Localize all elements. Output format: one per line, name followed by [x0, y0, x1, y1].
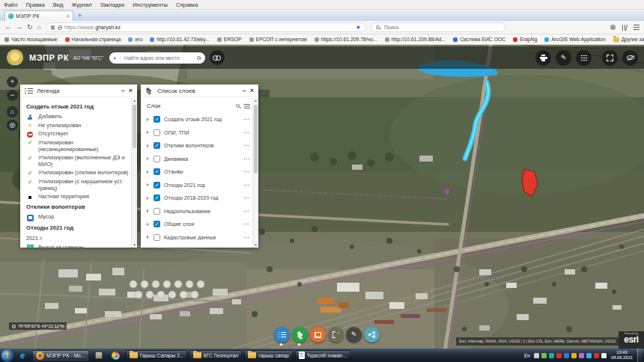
- clock[interactable]: 13:43 08.06.2021: [611, 350, 633, 360]
- home-extent-button[interactable]: ⌂: [7, 106, 18, 117]
- layer-checkbox[interactable]: [154, 208, 160, 215]
- taskbar-window-wordpad[interactable]: Туреспб помап...: [295, 350, 350, 361]
- layer-menu-icon[interactable]: ···: [244, 209, 251, 214]
- layer-row[interactable]: ОПИ, ТПИ···: [147, 126, 250, 140]
- layer-menu-icon[interactable]: ···: [244, 195, 251, 200]
- close-icon[interactable]: ×: [129, 88, 133, 94]
- browser-search-bar[interactable]: [371, 22, 505, 32]
- scroll-down-icon[interactable]: ▼: [132, 243, 137, 247]
- widget-layer-list[interactable]: [292, 327, 308, 343]
- scroll-down-icon[interactable]: ▼: [253, 243, 258, 247]
- other-bookmarks[interactable]: Другие закладки: [613, 37, 644, 42]
- layer-checkbox[interactable]: [154, 142, 160, 149]
- bookmark-item[interactable]: ЕРСОП с интернетом: [249, 37, 307, 42]
- widget-legend[interactable]: [274, 327, 290, 343]
- widget-button-draw[interactable]: [346, 327, 362, 343]
- layer-checkbox[interactable]: [154, 168, 160, 175]
- bookmark-item[interactable]: http://10.61.209.88/Ad...: [385, 37, 446, 42]
- layer-checkbox[interactable]: [154, 194, 160, 201]
- layer-list-header[interactable]: Список слоев – ×: [141, 85, 258, 97]
- bookmark-item[interactable]: Система ЕИС ООС: [453, 37, 505, 42]
- layer-menu-icon[interactable]: ···: [244, 221, 251, 227]
- reload-icon[interactable]: ↻: [27, 24, 33, 31]
- taskbar-icon-ie[interactable]: [15, 349, 30, 361]
- expand-arrow-icon[interactable]: [147, 157, 150, 160]
- bookmark-item[interactable]: Часто посещаемые: [4, 37, 58, 42]
- layer-checkbox[interactable]: [154, 234, 160, 241]
- widget-button-basemap-gallery[interactable]: [310, 327, 326, 343]
- forward-icon[interactable]: →: [16, 24, 22, 31]
- address-bar[interactable]: https://waste. gharysh.kz ★: [46, 22, 366, 32]
- taskbar-icon-chrome[interactable]: [109, 349, 124, 361]
- hide-ui-button[interactable]: [622, 50, 638, 66]
- pocket-icon[interactable]: [610, 25, 616, 30]
- expand-arrow-icon[interactable]: [147, 131, 150, 134]
- filter-icon[interactable]: [244, 104, 250, 105]
- scroll-up-icon[interactable]: ▲: [253, 99, 258, 102]
- menu-item[interactable]: Правка: [25, 1, 44, 8]
- zoom-in-button[interactable]: +: [7, 76, 18, 88]
- widget-button-layer-list[interactable]: [292, 327, 308, 343]
- layer-menu-icon[interactable]: ···: [244, 235, 251, 240]
- tab-close-icon[interactable]: ×: [67, 13, 70, 19]
- taskbar-window-folder[interactable]: Гарыш Сапары 2...: [126, 350, 187, 361]
- start-button[interactable]: [1, 350, 13, 361]
- widget-extent[interactable]: [328, 327, 344, 343]
- tray-icon[interactable]: [579, 353, 584, 358]
- tray-icon[interactable]: [549, 353, 554, 358]
- legend-scrollbar[interactable]: ▲ ▼: [131, 98, 137, 248]
- expand-arrow-icon[interactable]: [147, 171, 150, 174]
- tray-icon[interactable]: [601, 353, 607, 358]
- print-button[interactable]: [535, 50, 551, 66]
- chevron-down-icon[interactable]: ▾: [109, 55, 121, 61]
- widget-share[interactable]: [364, 327, 380, 343]
- layer-search-icon[interactable]: [236, 104, 240, 108]
- home-icon[interactable]: ⌂: [37, 24, 41, 31]
- layer-row[interactable]: Недропользование···: [147, 205, 250, 218]
- layer-menu-icon[interactable]: ···: [244, 143, 251, 148]
- bookmark-item[interactable]: иго: [128, 37, 142, 42]
- close-icon[interactable]: ×: [250, 88, 254, 94]
- tray-icon[interactable]: [556, 353, 562, 358]
- layer-checkbox[interactable]: [154, 129, 160, 136]
- show-desktop-button[interactable]: [637, 349, 642, 362]
- browser-search-input[interactable]: [383, 24, 500, 31]
- bookmark-star-icon[interactable]: ★: [356, 24, 361, 31]
- fullscreen-button[interactable]: [602, 50, 618, 66]
- layer-row[interactable]: Отзывы···: [147, 165, 250, 179]
- layer-menu-icon[interactable]: ···: [244, 169, 251, 174]
- menu-icon[interactable]: [634, 27, 640, 28]
- legend-panel-header[interactable]: Легенда – ×: [20, 85, 137, 97]
- bookmark-item[interactable]: ERSOP: [217, 37, 242, 42]
- bookmark-item[interactable]: http://10.61.42.73/eky...: [150, 37, 210, 42]
- widget-basemap-gallery[interactable]: [310, 327, 326, 343]
- menu-item[interactable]: Справка: [176, 1, 198, 8]
- bookmark-item[interactable]: ArcGIS Web Application: [544, 37, 605, 42]
- layer-checkbox[interactable]: [154, 221, 160, 227]
- new-tab-button[interactable]: +: [78, 12, 82, 19]
- menu-item[interactable]: Файл: [4, 1, 17, 8]
- layer-menu-icon[interactable]: ···: [244, 182, 251, 188]
- locate-button[interactable]: ◎: [7, 120, 18, 131]
- bookmark-item[interactable]: Начальная страница: [65, 37, 121, 42]
- layer-checkbox[interactable]: [154, 156, 160, 162]
- widget-button-share[interactable]: [364, 327, 380, 343]
- menu-item[interactable]: Инструменты: [133, 1, 168, 8]
- crosshair-icon[interactable]: [12, 325, 16, 328]
- layer-menu-icon[interactable]: ···: [244, 117, 251, 122]
- tray-icon[interactable]: [594, 353, 599, 358]
- tray-icon[interactable]: [564, 353, 569, 358]
- scroll-thumb[interactable]: [254, 105, 258, 174]
- expand-arrow-icon[interactable]: [147, 183, 150, 186]
- layer-row[interactable]: Общие слои···: [147, 218, 250, 231]
- layer-row[interactable]: Динамика···: [147, 153, 250, 166]
- library-icon[interactable]: [622, 25, 628, 31]
- map-viewport[interactable]: МЭПР РК АО "НК "КГС" ▾ + − ⌂ ◎ Легенда –…: [0, 45, 644, 349]
- scroll-up-icon[interactable]: ▲: [132, 99, 137, 102]
- menu-item[interactable]: Вид: [53, 1, 64, 8]
- bookmark-item[interactable]: ЕгарNg: [513, 37, 537, 42]
- layer-checkbox[interactable]: [154, 182, 160, 188]
- taskbar-window-firefox[interactable]: МЭПР РК - Mo...: [32, 350, 89, 361]
- share-link-button[interactable]: [210, 50, 225, 65]
- taskbar-window-folder[interactable]: КГС Геопортал: [189, 350, 243, 361]
